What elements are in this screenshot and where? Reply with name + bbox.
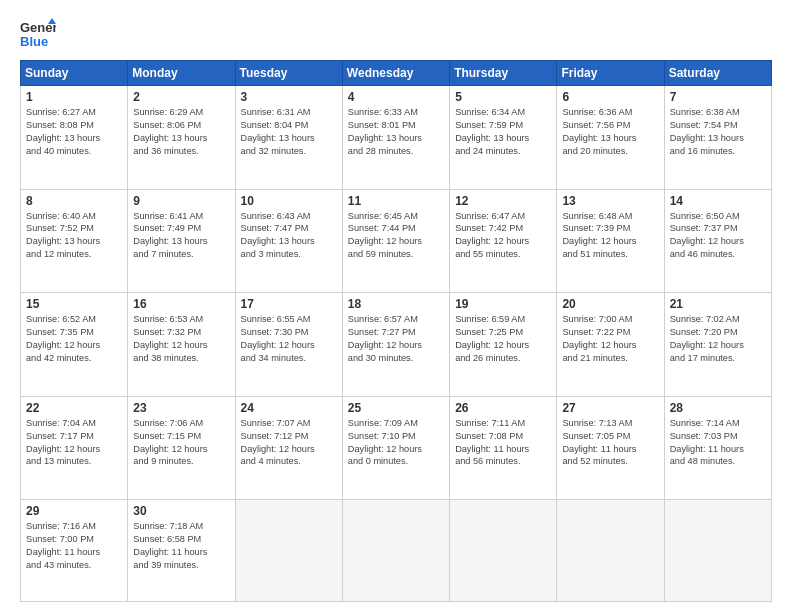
calendar-day: 15Sunrise: 6:52 AMSunset: 7:35 PMDayligh… (21, 293, 128, 397)
calendar-day (664, 500, 771, 602)
calendar-day: 18Sunrise: 6:57 AMSunset: 7:27 PMDayligh… (342, 293, 449, 397)
day-number: 7 (670, 90, 766, 104)
calendar-day: 7Sunrise: 6:38 AMSunset: 7:54 PMDaylight… (664, 86, 771, 190)
day-info: Sunrise: 6:45 AMSunset: 7:44 PMDaylight:… (348, 210, 444, 262)
weekday-header-tuesday: Tuesday (235, 61, 342, 86)
day-number: 3 (241, 90, 337, 104)
day-info: Sunrise: 7:11 AMSunset: 7:08 PMDaylight:… (455, 417, 551, 469)
calendar-week-3: 15Sunrise: 6:52 AMSunset: 7:35 PMDayligh… (21, 293, 772, 397)
day-number: 14 (670, 194, 766, 208)
day-info: Sunrise: 6:31 AMSunset: 8:04 PMDaylight:… (241, 106, 337, 158)
day-info: Sunrise: 7:13 AMSunset: 7:05 PMDaylight:… (562, 417, 658, 469)
calendar-day: 5Sunrise: 6:34 AMSunset: 7:59 PMDaylight… (450, 86, 557, 190)
calendar-day: 21Sunrise: 7:02 AMSunset: 7:20 PMDayligh… (664, 293, 771, 397)
day-info: Sunrise: 7:06 AMSunset: 7:15 PMDaylight:… (133, 417, 229, 469)
day-number: 4 (348, 90, 444, 104)
day-number: 30 (133, 504, 229, 518)
calendar-day (450, 500, 557, 602)
calendar-day: 20Sunrise: 7:00 AMSunset: 7:22 PMDayligh… (557, 293, 664, 397)
day-info: Sunrise: 6:43 AMSunset: 7:47 PMDaylight:… (241, 210, 337, 262)
weekday-header-thursday: Thursday (450, 61, 557, 86)
day-info: Sunrise: 7:07 AMSunset: 7:12 PMDaylight:… (241, 417, 337, 469)
weekday-header-monday: Monday (128, 61, 235, 86)
day-number: 28 (670, 401, 766, 415)
day-info: Sunrise: 6:29 AMSunset: 8:06 PMDaylight:… (133, 106, 229, 158)
calendar-day: 28Sunrise: 7:14 AMSunset: 7:03 PMDayligh… (664, 396, 771, 500)
day-info: Sunrise: 6:36 AMSunset: 7:56 PMDaylight:… (562, 106, 658, 158)
calendar-day: 9Sunrise: 6:41 AMSunset: 7:49 PMDaylight… (128, 189, 235, 293)
calendar-body: 1Sunrise: 6:27 AMSunset: 8:08 PMDaylight… (21, 86, 772, 602)
day-number: 12 (455, 194, 551, 208)
day-info: Sunrise: 7:09 AMSunset: 7:10 PMDaylight:… (348, 417, 444, 469)
weekday-header-row: SundayMondayTuesdayWednesdayThursdayFrid… (21, 61, 772, 86)
day-info: Sunrise: 6:40 AMSunset: 7:52 PMDaylight:… (26, 210, 122, 262)
calendar-page: General Blue SundayMondayTuesdayWednesda… (0, 0, 792, 612)
calendar-day (235, 500, 342, 602)
logo: General Blue (20, 16, 56, 52)
day-info: Sunrise: 7:00 AMSunset: 7:22 PMDaylight:… (562, 313, 658, 365)
day-number: 21 (670, 297, 766, 311)
day-info: Sunrise: 6:34 AMSunset: 7:59 PMDaylight:… (455, 106, 551, 158)
day-info: Sunrise: 6:48 AMSunset: 7:39 PMDaylight:… (562, 210, 658, 262)
day-number: 5 (455, 90, 551, 104)
calendar-day: 3Sunrise: 6:31 AMSunset: 8:04 PMDaylight… (235, 86, 342, 190)
calendar-day: 19Sunrise: 6:59 AMSunset: 7:25 PMDayligh… (450, 293, 557, 397)
day-info: Sunrise: 7:16 AMSunset: 7:00 PMDaylight:… (26, 520, 122, 572)
day-number: 27 (562, 401, 658, 415)
day-number: 29 (26, 504, 122, 518)
calendar-day: 2Sunrise: 6:29 AMSunset: 8:06 PMDaylight… (128, 86, 235, 190)
day-info: Sunrise: 6:47 AMSunset: 7:42 PMDaylight:… (455, 210, 551, 262)
calendar-day: 23Sunrise: 7:06 AMSunset: 7:15 PMDayligh… (128, 396, 235, 500)
day-number: 9 (133, 194, 229, 208)
calendar-week-4: 22Sunrise: 7:04 AMSunset: 7:17 PMDayligh… (21, 396, 772, 500)
weekday-header-sunday: Sunday (21, 61, 128, 86)
day-info: Sunrise: 6:38 AMSunset: 7:54 PMDaylight:… (670, 106, 766, 158)
calendar-day: 1Sunrise: 6:27 AMSunset: 8:08 PMDaylight… (21, 86, 128, 190)
day-info: Sunrise: 6:59 AMSunset: 7:25 PMDaylight:… (455, 313, 551, 365)
calendar-day: 4Sunrise: 6:33 AMSunset: 8:01 PMDaylight… (342, 86, 449, 190)
day-number: 17 (241, 297, 337, 311)
calendar-week-5: 29Sunrise: 7:16 AMSunset: 7:00 PMDayligh… (21, 500, 772, 602)
day-number: 23 (133, 401, 229, 415)
header: General Blue (20, 16, 772, 52)
calendar-day (557, 500, 664, 602)
weekday-header-friday: Friday (557, 61, 664, 86)
calendar-day: 13Sunrise: 6:48 AMSunset: 7:39 PMDayligh… (557, 189, 664, 293)
calendar-day (342, 500, 449, 602)
day-info: Sunrise: 6:53 AMSunset: 7:32 PMDaylight:… (133, 313, 229, 365)
calendar-day: 25Sunrise: 7:09 AMSunset: 7:10 PMDayligh… (342, 396, 449, 500)
day-info: Sunrise: 6:52 AMSunset: 7:35 PMDaylight:… (26, 313, 122, 365)
day-number: 24 (241, 401, 337, 415)
day-info: Sunrise: 7:18 AMSunset: 6:58 PMDaylight:… (133, 520, 229, 572)
calendar-week-2: 8Sunrise: 6:40 AMSunset: 7:52 PMDaylight… (21, 189, 772, 293)
day-number: 13 (562, 194, 658, 208)
calendar-day: 24Sunrise: 7:07 AMSunset: 7:12 PMDayligh… (235, 396, 342, 500)
day-number: 11 (348, 194, 444, 208)
day-info: Sunrise: 6:50 AMSunset: 7:37 PMDaylight:… (670, 210, 766, 262)
calendar-header: SundayMondayTuesdayWednesdayThursdayFrid… (21, 61, 772, 86)
weekday-header-saturday: Saturday (664, 61, 771, 86)
svg-text:Blue: Blue (20, 34, 48, 49)
calendar-table: SundayMondayTuesdayWednesdayThursdayFrid… (20, 60, 772, 602)
day-info: Sunrise: 6:27 AMSunset: 8:08 PMDaylight:… (26, 106, 122, 158)
calendar-day: 14Sunrise: 6:50 AMSunset: 7:37 PMDayligh… (664, 189, 771, 293)
day-number: 16 (133, 297, 229, 311)
day-info: Sunrise: 7:04 AMSunset: 7:17 PMDaylight:… (26, 417, 122, 469)
day-info: Sunrise: 6:41 AMSunset: 7:49 PMDaylight:… (133, 210, 229, 262)
day-number: 26 (455, 401, 551, 415)
logo-icon: General Blue (20, 16, 56, 52)
day-number: 19 (455, 297, 551, 311)
day-number: 18 (348, 297, 444, 311)
day-info: Sunrise: 6:55 AMSunset: 7:30 PMDaylight:… (241, 313, 337, 365)
calendar-day: 17Sunrise: 6:55 AMSunset: 7:30 PMDayligh… (235, 293, 342, 397)
weekday-header-wednesday: Wednesday (342, 61, 449, 86)
day-info: Sunrise: 6:33 AMSunset: 8:01 PMDaylight:… (348, 106, 444, 158)
day-number: 15 (26, 297, 122, 311)
calendar-day: 16Sunrise: 6:53 AMSunset: 7:32 PMDayligh… (128, 293, 235, 397)
calendar-day: 8Sunrise: 6:40 AMSunset: 7:52 PMDaylight… (21, 189, 128, 293)
day-number: 25 (348, 401, 444, 415)
day-number: 22 (26, 401, 122, 415)
day-number: 8 (26, 194, 122, 208)
day-number: 2 (133, 90, 229, 104)
calendar-day: 27Sunrise: 7:13 AMSunset: 7:05 PMDayligh… (557, 396, 664, 500)
